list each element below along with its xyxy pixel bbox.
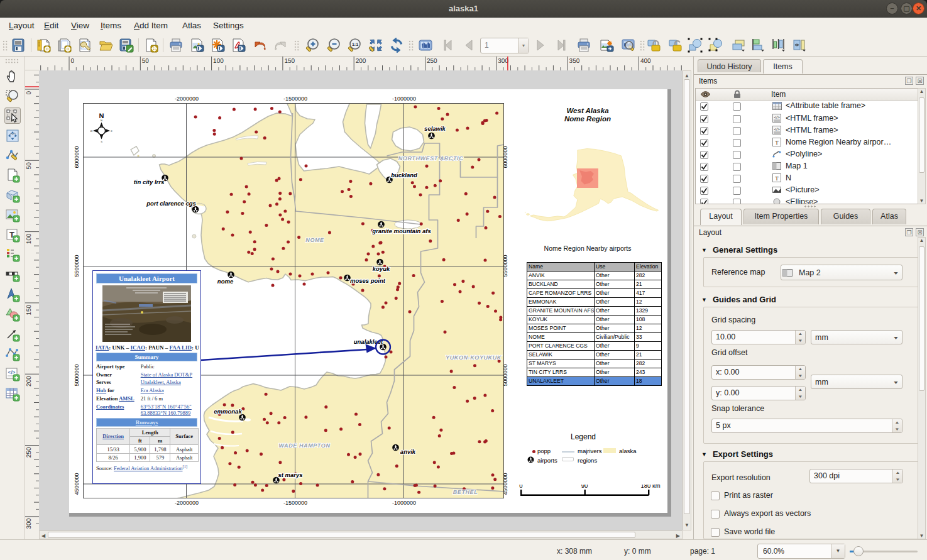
svg-text:E: E	[111, 129, 112, 133]
svg-text:400: 400	[640, 58, 651, 65]
svg-text:koyuk: koyuk	[373, 266, 390, 273]
svg-text:0: 0	[26, 91, 33, 95]
svg-text:buckland: buckland	[391, 172, 417, 179]
svg-text:300: 300	[498, 58, 508, 65]
svg-text:100: 100	[213, 58, 224, 65]
svg-text:S: S	[101, 140, 102, 143]
svg-text:port clarence cgs: port clarence cgs	[146, 200, 196, 207]
svg-text:50: 50	[26, 162, 33, 170]
svg-text:</>: </>	[774, 128, 780, 132]
svg-text:1:1: 1:1	[352, 43, 358, 47]
svg-text:0: 0	[71, 58, 75, 65]
svg-text:250: 250	[26, 447, 33, 458]
svg-text:T: T	[775, 175, 779, 182]
svg-text:180 km: 180 km	[640, 485, 660, 490]
svg-text:200: 200	[356, 58, 366, 65]
svg-text:150: 150	[26, 304, 33, 315]
svg-text:NOME: NOME	[305, 237, 324, 243]
svg-text:W: W	[91, 129, 93, 133]
svg-text:granite mountain afs: granite mountain afs	[371, 228, 431, 235]
svg-text:tin city lrrs: tin city lrrs	[134, 179, 165, 186]
svg-text:150: 150	[284, 58, 295, 65]
svg-text:emmonak: emmonak	[214, 409, 242, 415]
svg-text:nome: nome	[217, 278, 234, 285]
svg-text:N: N	[101, 119, 102, 122]
svg-text:selawik: selawik	[424, 126, 446, 133]
svg-text:300: 300	[26, 518, 33, 529]
svg-text:T: T	[775, 140, 779, 146]
svg-text:250: 250	[427, 58, 437, 65]
svg-text:moses point: moses point	[350, 278, 386, 285]
svg-text:90: 90	[581, 485, 588, 490]
svg-text:350: 350	[569, 58, 580, 65]
svg-text:</>: </>	[774, 116, 780, 120]
svg-text:WADE HAMPTON: WADE HAMPTON	[278, 442, 330, 449]
svg-text:NORTHWEST ARCTIC: NORTHWEST ARCTIC	[398, 155, 464, 162]
svg-text:0: 0	[519, 485, 522, 490]
svg-text:st marys: st marys	[278, 472, 302, 479]
svg-text:100: 100	[26, 233, 33, 244]
svg-text:unalakleet: unalakleet	[354, 339, 383, 346]
svg-text:50: 50	[142, 58, 150, 65]
svg-text:200: 200	[26, 376, 33, 387]
svg-text:anvik: anvik	[400, 449, 416, 456]
svg-text:BETHEL: BETHEL	[453, 489, 478, 495]
